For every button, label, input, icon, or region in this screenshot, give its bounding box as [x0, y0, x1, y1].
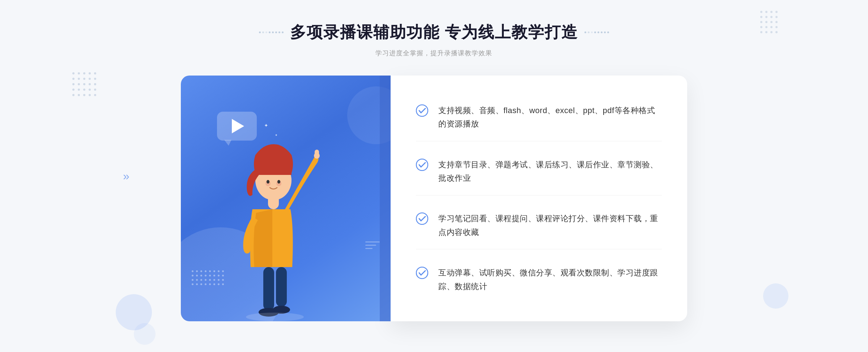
person-illustration	[216, 112, 332, 321]
page-wrapper: » 多项录播课辅助功能 专为线上教学打造 学习进度全掌握，提升录播课教学效果	[0, 0, 868, 352]
svg-point-3	[273, 306, 290, 314]
page-title: 多项录播课辅助功能 专为线上教学打造	[290, 22, 578, 43]
svg-rect-1	[276, 267, 287, 307]
lines-decoration	[365, 241, 380, 249]
info-panel: 支持视频、音频、flash、word、excel、ppt、pdf等各种格式的资源…	[391, 76, 687, 321]
svg-point-14	[416, 159, 428, 171]
svg-point-12	[246, 313, 304, 321]
left-side-decorative-dots	[72, 72, 96, 96]
left-header-dots	[259, 31, 284, 33]
page-subtitle: 学习进度全掌握，提升录播课教学效果	[259, 49, 609, 57]
svg-point-15	[416, 213, 428, 224]
svg-point-8	[267, 180, 269, 184]
check-icon-4	[416, 267, 428, 279]
feature-text-3: 学习笔记回看、课程提问、课程评论打分、课件资料下载，重点内容收藏	[438, 212, 662, 239]
svg-rect-0	[263, 267, 274, 310]
card-right-strip	[380, 76, 391, 321]
feature-item-2: 支持章节目录、弹题考试、课后练习、课后作业、章节测验、批改作业	[416, 148, 662, 196]
feature-item-1: 支持视频、音频、flash、word、excel、ppt、pdf等各种格式的资源…	[416, 94, 662, 141]
svg-point-16	[416, 267, 428, 279]
right-deco-circle	[763, 283, 788, 309]
header-title-row: 多项录播课辅助功能 专为线上教学打造	[259, 22, 609, 43]
feature-item-3: 学习笔记回看、课程提问、课程评论打分、课件资料下载，重点内容收藏	[416, 202, 662, 249]
feature-text-2: 支持章节目录、弹题考试、课后练习、课后作业、章节测验、批改作业	[438, 158, 662, 185]
check-icon-3	[416, 213, 428, 225]
top-right-decorative-dots	[760, 11, 778, 33]
right-header-dots	[584, 31, 609, 33]
svg-point-9	[277, 180, 280, 184]
check-icon-1	[416, 104, 428, 117]
check-icon-2	[416, 159, 428, 171]
page-header: 多项录播课辅助功能 专为线上教学打造 学习进度全掌握，提升录播课教学效果	[259, 22, 609, 57]
svg-point-13	[416, 105, 428, 116]
bottom-circle-light	[134, 323, 156, 345]
feature-text-1: 支持视频、音频、flash、word、excel、ppt、pdf等各种格式的资源…	[438, 104, 662, 131]
feature-text-4: 互动弹幕、试听购买、微信分享、观看次数限制、学习进度跟踪、数据统计	[438, 266, 662, 293]
main-content: ✦ ✦	[145, 76, 723, 321]
svg-rect-11	[315, 150, 319, 158]
illustration-card: ✦ ✦	[181, 76, 391, 321]
left-arrow-decoration: »	[123, 169, 129, 183]
feature-item-4: 互动弹幕、试听购买、微信分享、观看次数限制、学习进度跟踪、数据统计	[416, 256, 662, 303]
